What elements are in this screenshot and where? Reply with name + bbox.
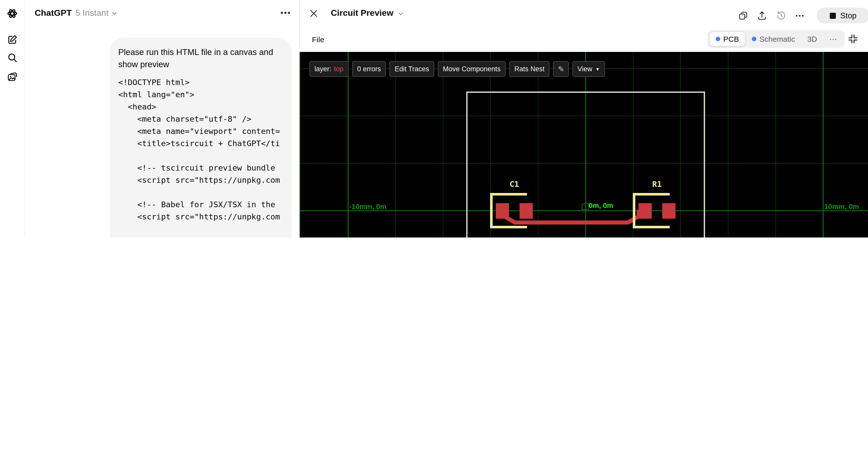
canvas-header-actions: Stop xyxy=(738,8,868,24)
pcb-button-label: View xyxy=(578,65,592,73)
new-chat-icon[interactable] xyxy=(7,34,18,45)
more-options-ellipsis-icon[interactable] xyxy=(794,10,805,21)
stop-square-icon xyxy=(830,12,836,19)
copy-icon[interactable] xyxy=(738,10,749,21)
tab-schematic[interactable]: Schematic xyxy=(746,32,801,46)
pcb-trace-tool-icon[interactable]: ✎ xyxy=(553,61,569,77)
pcb-edit-traces-button[interactable]: Edit Traces xyxy=(390,61,434,77)
canvas-title[interactable]: Circuit Preview xyxy=(331,8,394,18)
library-icon[interactable] xyxy=(7,71,18,82)
tab-3d[interactable]: 3D xyxy=(802,32,823,46)
view-tabs: PCBSchematic3D⋯ xyxy=(708,30,844,48)
pcb-button-label: Move Components xyxy=(443,65,501,73)
tab-⋯[interactable]: ⋯ xyxy=(824,32,842,46)
chat-panel: ChatGPT 5 Instant ••• Please run this HT… xyxy=(25,0,299,238)
model-chevron-down-icon[interactable] xyxy=(111,10,118,16)
pcb-toolbar: layer:top0 errorsEdit TracesMove Compone… xyxy=(309,61,605,77)
app-window: ChatGPT 5 Instant ••• Please run this HT… xyxy=(0,0,868,238)
close-icon[interactable] xyxy=(308,8,319,19)
tab-dot-icon xyxy=(716,37,720,41)
tab-label: ⋯ xyxy=(829,34,837,43)
chat-options-ellipsis-icon[interactable]: ••• xyxy=(280,9,291,18)
stop-label: Stop xyxy=(840,11,857,20)
canvas-header: Circuit Preview xyxy=(300,0,868,29)
tab-dot-icon xyxy=(752,37,756,41)
active-layer-value: top xyxy=(334,65,344,73)
chat-header: ChatGPT 5 Instant xyxy=(25,0,299,27)
pcb-errors-button[interactable]: 0 errors xyxy=(352,61,386,77)
stop-button[interactable]: Stop xyxy=(816,8,868,24)
pad-R1-1[interactable] xyxy=(639,203,652,219)
grid-coord-label: -10mm, 0m xyxy=(349,203,386,210)
title-chevron-down-icon[interactable] xyxy=(398,11,404,17)
tab-label: Schematic xyxy=(760,35,795,43)
component-label-C1: C1 xyxy=(509,179,519,189)
model-name[interactable]: 5 Instant xyxy=(75,8,108,18)
canvas-panel: Circuit Preview xyxy=(299,0,868,238)
pcb-move-components-button[interactable]: Move Components xyxy=(438,61,506,77)
collapse-fullscreen-icon[interactable] xyxy=(846,33,859,45)
component-label-R1: R1 xyxy=(652,179,661,189)
tab-label: 3D xyxy=(807,35,817,43)
tab-pcb[interactable]: PCB xyxy=(710,32,745,46)
pcb-view-button[interactable]: View▼ xyxy=(572,61,605,77)
pcb-rats-nest-button[interactable]: Rats Nest xyxy=(509,61,550,77)
pad-C1-2[interactable] xyxy=(520,203,533,219)
tab-label: PCB xyxy=(723,35,739,43)
pcb-drawing[interactable]: C1R10m, 0m-10mm, 0m10mm, 0m-10mm, -10mm0… xyxy=(300,52,868,238)
sidebar-rail xyxy=(0,0,25,238)
pcb-button-label: Rats Nest xyxy=(514,65,545,73)
user-message-bubble: Please run this HTML file in a canvas an… xyxy=(110,38,291,238)
pcb-button-label: Edit Traces xyxy=(395,65,429,73)
caret-down-icon: ▼ xyxy=(595,66,600,71)
origin-label: 0m, 0m xyxy=(589,202,613,209)
pcb-canvas[interactable]: layer:top0 errorsEdit TracesMove Compone… xyxy=(300,52,868,238)
pcb-button-label: 0 errors xyxy=(357,65,381,73)
file-menu[interactable]: File xyxy=(312,35,324,44)
share-upload-icon[interactable] xyxy=(756,10,768,21)
user-message-text: Please run this HTML file in a canvas an… xyxy=(118,46,291,70)
chat-title[interactable]: ChatGPT xyxy=(35,8,72,18)
pcb-layer-button[interactable]: layer:top xyxy=(309,61,349,77)
user-message-code: <!DOCTYPE html> <html lang="en"> <head> … xyxy=(118,76,291,238)
grid-coord-label: 10mm, 0m xyxy=(824,203,859,210)
search-icon[interactable] xyxy=(7,52,18,63)
layer-prefix: layer: xyxy=(314,65,331,73)
history-icon[interactable] xyxy=(775,10,786,21)
openai-logo-icon[interactable] xyxy=(7,8,18,19)
pad-C1-1[interactable] xyxy=(496,203,509,219)
pad-R1-2[interactable] xyxy=(662,203,676,219)
